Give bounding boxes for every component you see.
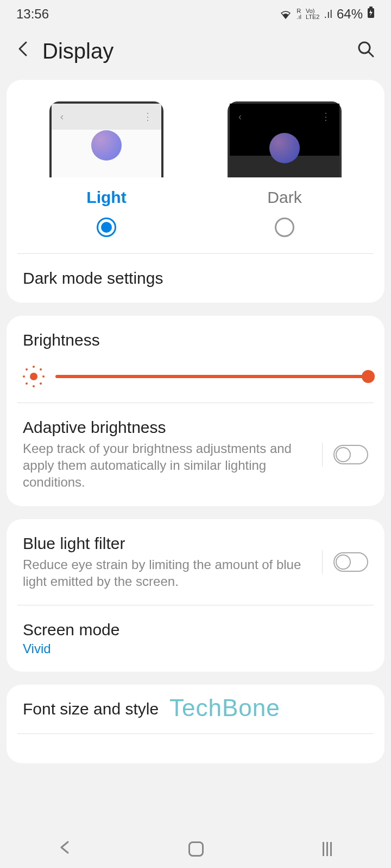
status-right: R.ıl Vo)LTE2 .ıl 64% <box>279 7 375 22</box>
theme-selector: ‹ ⋮ Light ‹ ⋮ <box>7 80 384 253</box>
adaptive-brightness-title: Adaptive brightness <box>23 418 311 437</box>
watermark: TechBone <box>169 694 280 722</box>
light-preview: ‹ ⋮ <box>49 101 163 177</box>
blue-light-desc: Reduce eye strain by limiting the amount… <box>23 556 311 590</box>
blue-light-title: Blue light filter <box>23 534 311 553</box>
nav-back-icon[interactable] <box>59 839 70 859</box>
page-title: Display <box>42 39 113 63</box>
dark-mode-settings-row[interactable]: Dark mode settings <box>7 254 384 303</box>
header: Display <box>0 28 391 80</box>
blue-light-row[interactable]: Blue light filter Reduce eye strain by l… <box>7 519 384 605</box>
signal-icon-1: R.ıl <box>297 8 301 20</box>
battery-icon <box>367 7 375 22</box>
toggle-divider <box>322 550 323 574</box>
font-size-row[interactable]: Font size and style TechBone <box>7 685 384 733</box>
screen-mode-row[interactable]: Screen mode Vivid <box>7 605 384 672</box>
dark-preview: ‹ ⋮ <box>228 101 342 177</box>
nav-bar <box>0 830 391 868</box>
preview-circle <box>269 133 300 163</box>
chevron-left-icon: ‹ <box>60 111 64 123</box>
brightness-section: Brightness <box>7 316 384 403</box>
brightness-icon <box>23 366 45 387</box>
screen-mode-value: Vivid <box>23 641 368 656</box>
brightness-label: Brightness <box>23 331 368 349</box>
search-icon[interactable] <box>357 41 375 62</box>
display-options-card: Blue light filter Reduce eye strain by l… <box>7 519 384 672</box>
svg-line-3 <box>369 52 373 56</box>
signal-bars: .ıl <box>324 8 332 21</box>
adaptive-brightness-desc: Keep track of your brightness adjustment… <box>23 440 311 491</box>
brightness-slider[interactable] <box>55 375 368 378</box>
blue-light-toggle[interactable] <box>333 552 368 572</box>
adaptive-brightness-row[interactable]: Adaptive brightness Keep track of your b… <box>7 403 384 506</box>
nav-home-icon[interactable] <box>188 841 204 857</box>
dots-icon: ⋮ <box>143 111 153 123</box>
wifi-icon <box>279 9 292 20</box>
toggle-divider <box>322 443 323 467</box>
nav-recent-icon[interactable] <box>323 842 332 856</box>
screen-mode-title: Screen mode <box>23 621 368 639</box>
back-icon[interactable] <box>16 39 29 63</box>
brightness-card: Brightness Adaptive brightness Keep trac… <box>7 316 384 506</box>
dots-icon: ⋮ <box>321 111 331 123</box>
light-label: Light <box>86 188 126 207</box>
slider-thumb[interactable] <box>362 370 375 383</box>
dark-label: Dark <box>267 188 301 207</box>
dark-mode-settings-label: Dark mode settings <box>23 269 368 288</box>
status-time: 13:56 <box>16 7 49 22</box>
theme-card: ‹ ⋮ Light ‹ ⋮ <box>7 80 384 303</box>
chevron-left-icon: ‹ <box>238 111 242 123</box>
next-item <box>23 749 368 758</box>
radio-light[interactable] <box>97 218 116 237</box>
svg-rect-1 <box>369 7 373 8</box>
font-card: Font size and style TechBone <box>7 685 384 763</box>
brightness-slider-container <box>23 366 368 387</box>
theme-option-dark[interactable]: ‹ ⋮ Dark <box>228 101 342 237</box>
signal-icon-2: Vo)LTE2 <box>306 8 319 20</box>
theme-option-light[interactable]: ‹ ⋮ Light <box>49 101 163 237</box>
radio-dark[interactable] <box>275 218 294 237</box>
status-bar: 13:56 R.ıl Vo)LTE2 .ıl 64% <box>0 0 391 28</box>
battery-text: 64% <box>337 7 363 22</box>
preview-circle <box>91 130 122 161</box>
adaptive-brightness-toggle[interactable] <box>333 445 368 464</box>
